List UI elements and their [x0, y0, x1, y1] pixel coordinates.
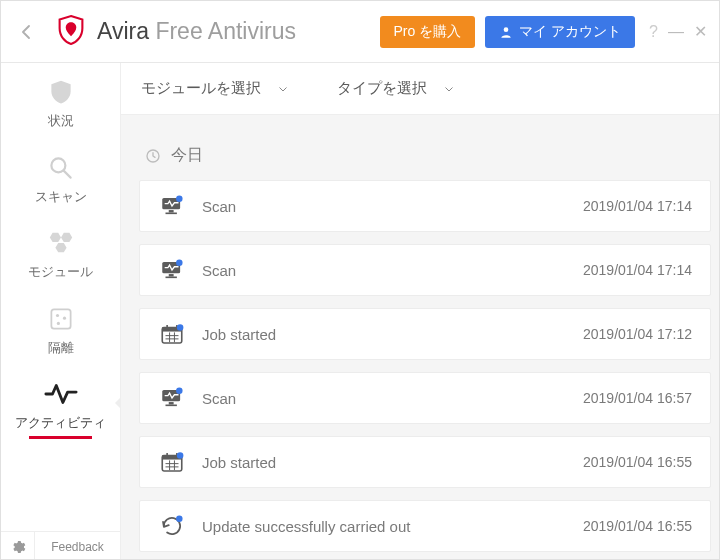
activity-label: Job started: [202, 326, 583, 343]
svg-marker-5: [55, 243, 66, 252]
activity-icon: [44, 379, 78, 409]
activity-time: 2019/01/04 16:57: [583, 390, 692, 406]
filter-bar: モジュールを選択 タイプを選択: [121, 63, 719, 115]
activity-time: 2019/01/04 16:55: [583, 518, 692, 534]
sidebar-item-quarantine[interactable]: 隔離: [1, 290, 120, 366]
sidebar-item-activity[interactable]: アクティビティ: [1, 365, 120, 441]
svg-rect-6: [51, 309, 70, 328]
gear-icon: [10, 539, 26, 555]
activity-label: Scan: [202, 262, 583, 279]
module-filter[interactable]: モジュールを選択: [141, 79, 289, 98]
sidebar-item-label: 隔離: [48, 340, 74, 356]
chevron-down-icon: [443, 83, 455, 95]
help-button[interactable]: ?: [649, 23, 658, 41]
job-event-icon: [158, 320, 186, 348]
minimize-button[interactable]: —: [668, 23, 684, 41]
feedback-link[interactable]: Feedback: [35, 540, 120, 554]
app-logo: Avira Free Antivirus: [57, 14, 296, 50]
job-event-icon: [158, 448, 186, 476]
activity-row[interactable]: Scan2019/01/04 17:14: [139, 180, 711, 232]
svg-point-40: [177, 452, 184, 459]
window-controls: ? — ✕: [649, 22, 707, 41]
activity-row[interactable]: Scan2019/01/04 17:14: [139, 244, 711, 296]
chevron-down-icon: [277, 83, 289, 95]
sidebar-item-label: アクティビティ: [15, 415, 106, 431]
my-account-button[interactable]: マイ アカウント: [485, 16, 635, 48]
svg-point-27: [177, 324, 184, 331]
sidebar-item-modules[interactable]: モジュール: [1, 214, 120, 290]
svg-rect-30: [166, 405, 177, 407]
clock-icon: [145, 148, 161, 164]
sidebar-item-label: スキャン: [35, 189, 87, 205]
type-filter[interactable]: タイプを選択: [337, 79, 455, 98]
svg-point-8: [62, 316, 65, 319]
svg-rect-17: [166, 277, 177, 279]
sidebar: 状況 スキャン モジュール 隔離: [1, 63, 121, 560]
activity-time: 2019/01/04 16:55: [583, 454, 692, 470]
activity-label: Job started: [202, 454, 583, 471]
svg-marker-4: [61, 233, 72, 242]
activity-row[interactable]: Update successfully carried out2019/01/0…: [139, 500, 711, 552]
svg-rect-29: [169, 402, 174, 404]
svg-point-9: [56, 322, 59, 325]
avira-shield-icon: [57, 14, 85, 50]
main-panel: モジュールを選択 タイプを選択 今日 Scan2019/01/04 17:14 …: [121, 63, 719, 560]
activity-time: 2019/01/04 17:12: [583, 326, 692, 342]
shield-icon: [44, 77, 78, 107]
activity-row[interactable]: Job started2019/01/04 17:12: [139, 308, 711, 360]
activity-time: 2019/01/04 17:14: [583, 262, 692, 278]
update-event-icon: [158, 512, 186, 540]
hex-icon: [44, 228, 78, 258]
buy-pro-button[interactable]: Pro を購入: [380, 16, 476, 48]
sidebar-item-status[interactable]: 状況: [1, 63, 120, 139]
person-icon: [499, 25, 513, 39]
activity-label: Update successfully carried out: [202, 518, 583, 535]
section-header-today: 今日: [133, 129, 719, 180]
svg-point-0: [504, 27, 509, 32]
quarantine-icon: [44, 304, 78, 334]
scan-event-icon: [158, 384, 186, 412]
settings-button[interactable]: [1, 532, 35, 560]
activity-label: Scan: [202, 198, 583, 215]
svg-rect-13: [166, 213, 177, 215]
search-icon: [44, 153, 78, 183]
activity-list[interactable]: 今日 Scan2019/01/04 17:14 Scan2019/01/04 1…: [121, 115, 719, 560]
svg-marker-3: [49, 233, 60, 242]
activity-row[interactable]: Job started2019/01/04 16:55: [139, 436, 711, 488]
title-bar: Avira Free Antivirus Pro を購入 マイ アカウント ? …: [1, 1, 719, 63]
close-button[interactable]: ✕: [694, 22, 707, 41]
app-title: Avira Free Antivirus: [97, 18, 296, 45]
svg-rect-16: [169, 274, 174, 276]
activity-label: Scan: [202, 390, 583, 407]
activity-row[interactable]: Scan2019/01/04 16:57: [139, 372, 711, 424]
scan-event-icon: [158, 256, 186, 284]
svg-point-41: [176, 515, 183, 522]
svg-line-2: [63, 170, 70, 177]
back-button[interactable]: [1, 1, 51, 63]
svg-point-18: [176, 259, 183, 266]
svg-point-14: [176, 195, 183, 202]
svg-rect-12: [169, 210, 174, 212]
svg-point-31: [176, 387, 183, 394]
activity-time: 2019/01/04 17:14: [583, 198, 692, 214]
scan-event-icon: [158, 192, 186, 220]
chevron-left-icon: [17, 18, 35, 46]
sidebar-item-label: モジュール: [28, 264, 93, 280]
svg-point-7: [55, 314, 58, 317]
sidebar-item-scan[interactable]: スキャン: [1, 139, 120, 215]
sidebar-item-label: 状況: [48, 113, 74, 129]
